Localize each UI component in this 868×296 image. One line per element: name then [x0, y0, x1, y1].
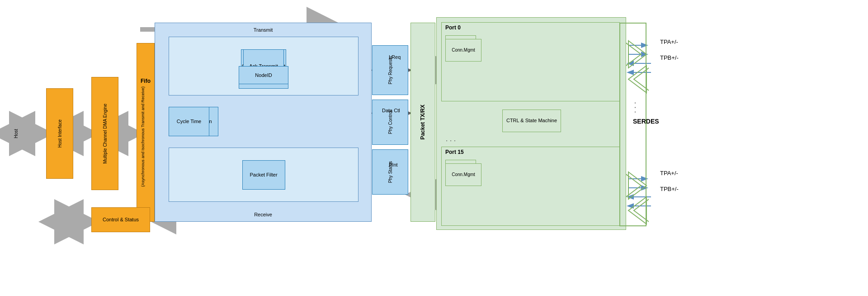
phy-status: Phy Status	[372, 149, 408, 195]
fifo: Fifo (Asynchronous and Isochronous Trans…	[137, 43, 155, 222]
port-0: Port 0 ARB_TX Timer_TX Scramble Encode H…	[441, 22, 620, 101]
dots-separator: · · ·	[446, 136, 456, 146]
lreq-label: LReq	[389, 54, 401, 60]
green-main-container: Port 0 ARB_TX Timer_TX Scramble Encode H…	[436, 17, 626, 230]
host-label: Host	[8, 120, 24, 147]
port15-label: Port 15	[445, 149, 464, 156]
tpb-bottom-label: TPB+/-	[660, 186, 679, 192]
transmit-section: CycleStart Transmit Ack Transmit Phy Reg…	[169, 37, 359, 95]
transmit-label: Transmit	[254, 27, 273, 33]
tpb-top-label: TPB+/-	[660, 54, 679, 61]
serdes-dots: · · ·	[631, 102, 640, 113]
control-status: Control & Status	[91, 207, 150, 232]
phy-requests: Phy Requests	[372, 45, 408, 95]
ctrl-state-machine: CTRL & State Machine	[502, 110, 561, 132]
conn-mgmt-15: Conn.Mgmt	[445, 163, 481, 186]
tpa-bottom-label: TPA+/-	[660, 170, 678, 177]
conn-mgmt-0: Conn.Mgmt	[445, 39, 481, 62]
pint-label: PInt	[389, 162, 398, 167]
tpa-top-label: TPA+/-	[660, 38, 678, 45]
port-15: Port 15 ARB_TX Timer_TX Scramble Encode …	[441, 147, 620, 226]
main-blue-container: Transmit Receive CycleStart Transmit Ack…	[155, 23, 372, 222]
host-interface: Host Interface	[46, 88, 73, 179]
multi-channel-dma: Multiple Channel DMA Engine	[91, 77, 118, 190]
receive-label: Receive	[254, 211, 272, 218]
data-ctl-label: Data Ctl	[382, 108, 400, 113]
serdes-box	[619, 23, 646, 226]
phy-control: Phy Control	[372, 100, 408, 145]
cycle-time: Cycle Time	[169, 107, 209, 136]
packet-filter: Packet Filter	[242, 160, 285, 190]
port0-label: Port 0	[445, 24, 461, 32]
packet-txrx: Packet TX/RX	[410, 23, 435, 222]
receive-section: Status Packet Filter	[169, 148, 359, 202]
node-id: NodeID	[239, 66, 288, 84]
